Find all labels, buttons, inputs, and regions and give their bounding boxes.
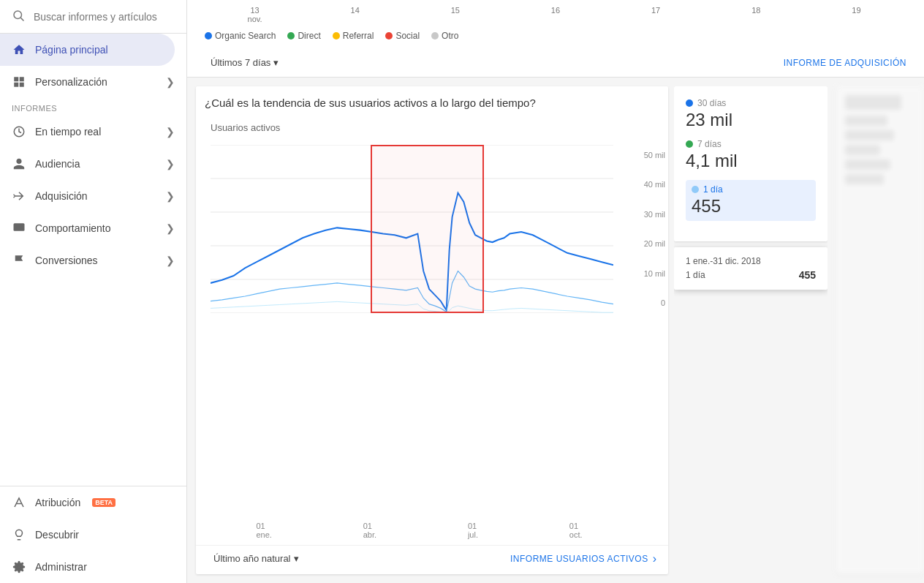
dropdown-arrow-icon-2: ▾ xyxy=(294,553,299,564)
sidebar-item-label-tiempo-real: En tiempo real xyxy=(35,126,101,138)
sidebar-item-label-descubrir: Descubrir xyxy=(35,529,79,541)
legend-label-direct: Direct xyxy=(298,31,320,41)
report-link-arrow-icon: › xyxy=(653,552,656,565)
date-label-1: 14 xyxy=(305,6,405,23)
stat-dot-7days xyxy=(686,140,693,148)
sidebar-item-label-administrar: Administrar xyxy=(35,561,87,573)
active-users-report-link[interactable]: INFORME USUARIOS ACTIVOS xyxy=(510,554,648,564)
active-users-time-range-button[interactable]: Último año natural ▾ xyxy=(208,550,305,567)
chevron-right-icon: ❯ xyxy=(166,76,175,88)
acquisition-report-link[interactable]: INFORME DE ADQUISICIÓN xyxy=(784,58,906,68)
legend-social: Social xyxy=(385,31,420,41)
stat-30days-label: 30 días xyxy=(697,98,726,108)
personalizacion-icon xyxy=(12,75,26,89)
x-label-oct: 01oct. xyxy=(569,522,583,539)
sidebar-item-label-audiencia: Audiencia xyxy=(35,158,80,170)
x-label-ene: 01ene. xyxy=(256,522,271,539)
search-icon xyxy=(12,9,25,24)
x-label-jul: 01jul. xyxy=(468,522,478,539)
person-icon xyxy=(12,157,26,171)
tooltip-card: 1 ene.-31 dic. 2018 1 día 455 xyxy=(674,247,828,290)
date-label-3: 16 xyxy=(505,6,605,23)
acquisition-time-range-button[interactable]: Últimos 7 días ▾ xyxy=(205,54,284,71)
acquisition-section: 13nov. 14 15 16 17 18 19 Organic Search … xyxy=(187,0,924,78)
active-users-question: ¿Cuál es la tendencia de sus usuarios ac… xyxy=(196,86,668,110)
y-label-0: 0 xyxy=(632,298,665,307)
chevron-right-icon-tiemporeal: ❯ xyxy=(166,126,175,138)
sidebar-item-adquisicion[interactable]: Adquisición ❯ xyxy=(0,180,186,212)
lightbulb-icon xyxy=(12,527,26,542)
sidebar-item-label-pagina-principal: Página principal xyxy=(35,44,108,56)
svg-rect-3 xyxy=(20,77,24,81)
sidebar-item-atribucion[interactable]: Atribución BETA xyxy=(0,486,186,519)
stat-7days-value: 4,1 mil xyxy=(686,151,816,171)
date-labels-row: 13nov. 14 15 16 17 18 19 xyxy=(205,0,906,26)
sidebar-item-audiencia[interactable]: Audiencia ❯ xyxy=(0,148,186,180)
tooltip-day-label: 1 día xyxy=(686,270,705,280)
x-label-abr: 01abr. xyxy=(363,522,376,539)
stat-30days: 30 días 23 mil xyxy=(686,98,816,130)
comportamiento-icon xyxy=(12,221,26,236)
chevron-right-icon-conversiones: ❯ xyxy=(166,255,175,266)
informes-section-label: INFORMES xyxy=(0,98,186,116)
stat-30days-label-row: 30 días xyxy=(686,98,816,108)
legend-referral: Referral xyxy=(333,31,374,41)
dropdown-arrow-icon: ▾ xyxy=(273,57,279,68)
legend-dot-direct xyxy=(287,32,295,40)
sidebar-item-label-conversiones: Conversiones xyxy=(35,255,98,266)
gear-icon xyxy=(12,560,26,574)
clock-icon xyxy=(12,124,26,139)
blurred-right-panel xyxy=(836,86,924,574)
tooltip-date-range: 1 ene.-31 dic. 2018 xyxy=(686,256,816,266)
beta-badge: BETA xyxy=(92,498,116,507)
stat-1day-label: 1 día xyxy=(703,184,723,195)
sidebar-item-label-adquisicion: Adquisición xyxy=(35,190,88,202)
sidebar-item-comportamiento[interactable]: Comportamiento ❯ xyxy=(0,212,186,244)
sidebar-item-label-atribucion: Atribución xyxy=(35,497,80,508)
svg-point-8 xyxy=(18,565,21,569)
svg-point-0 xyxy=(14,11,22,19)
legend-label-organic: Organic Search xyxy=(215,31,276,41)
sidebar-bottom: Atribución BETA Descubrir Administrar xyxy=(0,486,186,583)
date-label-2: 15 xyxy=(405,6,505,23)
legend-dot-referral xyxy=(333,32,340,40)
sidebar-item-descubrir[interactable]: Descubrir xyxy=(0,519,186,551)
svg-rect-7 xyxy=(14,223,25,231)
chart-panel-title: Usuarios activos xyxy=(196,110,668,139)
sidebar-item-en-tiempo-real[interactable]: En tiempo real ❯ xyxy=(0,116,186,148)
y-label-10mil: 10 mil xyxy=(632,269,665,278)
flag-icon xyxy=(12,253,26,268)
adquisicion-icon xyxy=(12,189,26,203)
chart-area[interactable]: 50 mil 40 mil 30 mil 20 mil 10 mil 0 xyxy=(196,139,668,520)
chart-x-labels: 01ene. 01abr. 01jul. 01oct. xyxy=(196,520,668,545)
sidebar-item-administrar[interactable]: Administrar xyxy=(0,551,186,583)
sidebar-search-container xyxy=(0,0,186,34)
legend-dot-social xyxy=(385,32,393,40)
acquisition-footer: Últimos 7 días ▾ INFORME DE ADQUISICIÓN xyxy=(205,48,906,77)
tooltip-day-value: 455 xyxy=(799,269,816,281)
active-users-section: ¿Cuál es la tendencia de sus usuarios ac… xyxy=(187,78,924,583)
y-label-50mil: 50 mil xyxy=(632,151,665,159)
legend-dot-organic xyxy=(205,32,212,40)
sidebar: Página principal Personalización ❯ INFOR… xyxy=(0,0,187,583)
right-panel: 30 días 23 mil 7 días 4,1 mil xyxy=(674,86,828,574)
sidebar-item-pagina-principal[interactable]: Página principal xyxy=(0,34,175,66)
stat-1day-label-row: 1 día xyxy=(692,184,810,195)
legend-label-social: Social xyxy=(395,31,420,41)
date-label-6: 19 xyxy=(806,6,906,23)
date-label-4: 17 xyxy=(606,6,706,23)
sidebar-item-conversiones[interactable]: Conversiones ❯ xyxy=(0,244,186,277)
search-input[interactable] xyxy=(34,11,175,23)
stat-1day-value: 455 xyxy=(692,196,810,217)
main-content: 13nov. 14 15 16 17 18 19 Organic Search … xyxy=(187,0,924,583)
active-users-time-range-label: Último año natural xyxy=(213,553,291,564)
y-label-30mil: 30 mil xyxy=(632,210,665,219)
stat-dot-30days xyxy=(686,99,693,107)
svg-line-1 xyxy=(20,18,23,20)
stat-dot-1day xyxy=(692,186,699,193)
acquisition-legend: Organic Search Direct Referral Social Ot… xyxy=(205,26,906,48)
chevron-right-icon-comportamiento: ❯ xyxy=(166,222,175,234)
chevron-right-icon-adquisicion: ❯ xyxy=(166,190,175,202)
atribucion-icon xyxy=(12,495,26,510)
sidebar-item-personalizacion[interactable]: Personalización ❯ xyxy=(0,66,186,98)
